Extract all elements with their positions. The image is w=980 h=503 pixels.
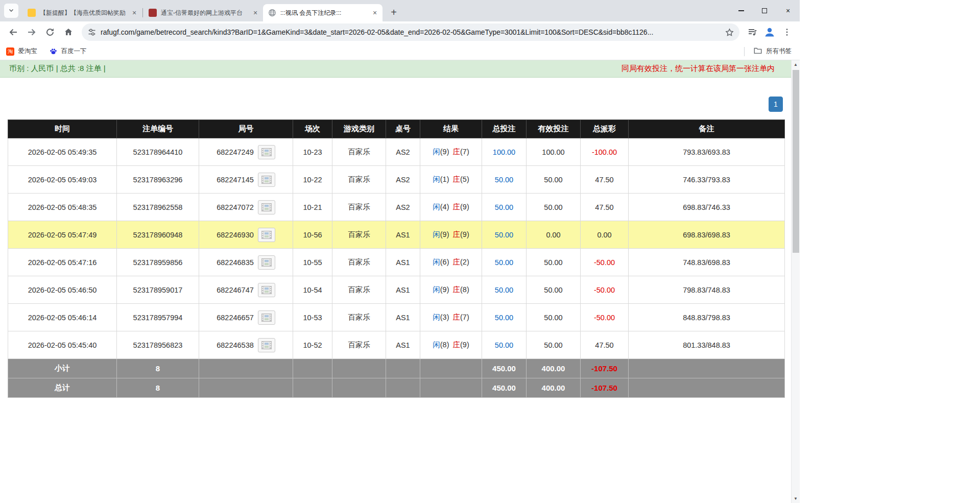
new-tab-button[interactable]: + xyxy=(387,5,401,19)
all-bookmarks[interactable]: 所有书签 xyxy=(744,46,795,57)
tab-close-icon[interactable]: × xyxy=(370,8,379,17)
header-time: 时间 xyxy=(8,120,117,138)
cell-time: 2026-02-05 05:47:16 xyxy=(8,249,117,276)
tab-search-button[interactable] xyxy=(4,4,18,18)
cell-note: 698.83/746.33 xyxy=(629,194,785,221)
scrollbar-thumb[interactable] xyxy=(793,70,799,253)
total-row: 总计 8 450.00 400.00 -107.50 xyxy=(8,378,785,398)
cell-total-bet[interactable]: 50.00 xyxy=(482,221,527,249)
home-button[interactable] xyxy=(60,23,77,41)
video-replay-button[interactable] xyxy=(258,283,275,297)
bookmark-baidu[interactable]: 百度一下 xyxy=(50,47,87,56)
cell-round: 682246747 xyxy=(199,276,293,304)
scroll-down-arrow[interactable]: ▼ xyxy=(792,494,800,503)
cell-bet-id: 523178964410 xyxy=(117,138,199,166)
address-bar[interactable]: rafugf.com/game/betrecord_search/kind3?B… xyxy=(82,23,739,41)
home-icon xyxy=(63,27,74,37)
site-settings-icon[interactable] xyxy=(88,28,96,36)
header-round: 局号 xyxy=(199,120,293,138)
empty-cell xyxy=(332,378,386,398)
video-replay-button[interactable] xyxy=(258,145,275,159)
scroll-up-arrow[interactable]: ▲ xyxy=(792,60,800,69)
cell-session: 10-22 xyxy=(293,166,332,194)
tab-tongbao[interactable]: 通宝-信誉最好的网上游戏平台 × xyxy=(144,4,263,21)
empty-cell xyxy=(386,359,420,378)
taobao-icon: 淘 xyxy=(6,47,14,56)
video-replay-button[interactable] xyxy=(258,255,275,270)
cell-game-type: 百家乐 xyxy=(332,138,386,166)
cell-valid-bet: 0.00 xyxy=(527,221,581,249)
url-text[interactable]: rafugf.com/game/betrecord_search/kind3?B… xyxy=(101,28,721,36)
cell-total-bet[interactable]: 50.00 xyxy=(482,276,527,304)
cell-total-bet[interactable]: 100.00 xyxy=(482,138,527,166)
film-icon xyxy=(261,148,272,156)
media-controls-button[interactable] xyxy=(744,23,761,41)
back-button[interactable] xyxy=(5,23,22,41)
cell-table-no: AS1 xyxy=(386,221,420,249)
video-replay-button[interactable] xyxy=(258,173,275,187)
cell-note: 848.83/798.83 xyxy=(629,304,785,331)
notice-text: 同局有效投注，统一计算在该局第一张注单内 xyxy=(622,64,775,74)
cell-note: 801.33/848.83 xyxy=(629,331,785,359)
video-replay-button[interactable] xyxy=(258,200,275,214)
cell-note: 798.83/748.83 xyxy=(629,276,785,304)
tab-favicon xyxy=(149,9,157,17)
tab-close-icon[interactable]: × xyxy=(130,8,139,17)
vertical-scrollbar[interactable]: ▲ ▼ xyxy=(791,60,800,503)
minimize-button[interactable] xyxy=(729,0,753,21)
cell-time: 2026-02-05 05:45:40 xyxy=(8,331,117,359)
reload-button[interactable] xyxy=(41,23,59,41)
video-replay-button[interactable] xyxy=(258,338,275,352)
subtotal-valid-bet: 400.00 xyxy=(527,359,581,378)
reload-icon xyxy=(45,27,55,37)
cell-valid-bet: 50.00 xyxy=(527,166,581,194)
video-replay-button[interactable] xyxy=(258,228,275,242)
bookmark-star-icon[interactable] xyxy=(725,28,734,37)
maximize-button[interactable] xyxy=(753,0,776,21)
bookmark-aitaobao[interactable]: 淘 爱淘宝 xyxy=(6,47,37,56)
cell-valid-bet: 50.00 xyxy=(527,304,581,331)
cell-total-bet[interactable]: 50.00 xyxy=(482,194,527,221)
browser-menu-button[interactable] xyxy=(778,23,796,41)
table-row: 2026-02-05 05:46:14 523178957994 6822466… xyxy=(8,304,785,331)
header-game-type: 游戏类别 xyxy=(332,120,386,138)
tab-bet-record-active[interactable]: :::视讯 会员下注纪录::: × xyxy=(263,4,383,21)
cell-round: 682246835 xyxy=(199,249,293,276)
cell-game-type: 百家乐 xyxy=(332,194,386,221)
cell-payout: -100.00 xyxy=(581,138,629,166)
cell-total-bet[interactable]: 50.00 xyxy=(482,166,527,194)
cell-result: 闲(9)庄(9) xyxy=(420,221,482,249)
video-replay-button[interactable] xyxy=(258,310,275,325)
cell-bet-id: 523178959856 xyxy=(117,249,199,276)
cell-table-no: AS1 xyxy=(386,331,420,359)
header-valid-bet: 有效投注 xyxy=(527,120,581,138)
close-button[interactable]: × xyxy=(776,0,800,21)
cell-total-bet[interactable]: 50.00 xyxy=(482,331,527,359)
baidu-paw-icon xyxy=(50,47,58,56)
cell-payout: 47.50 xyxy=(581,194,629,221)
cell-payout: 47.50 xyxy=(581,166,629,194)
cell-payout: -50.00 xyxy=(581,276,629,304)
kebab-menu-icon xyxy=(782,28,792,37)
tab-haiyan[interactable]: 【新提醒】【海燕优质回帖奖励 × xyxy=(22,4,142,21)
pagination-page-1[interactable]: 1 xyxy=(769,97,783,112)
tab-close-icon[interactable]: × xyxy=(251,8,260,17)
profile-avatar[interactable] xyxy=(761,23,778,41)
cell-table-no: AS2 xyxy=(386,194,420,221)
cell-round: 682246930 xyxy=(199,221,293,249)
cell-valid-bet: 50.00 xyxy=(527,331,581,359)
divider xyxy=(744,47,745,56)
cell-round: 682247249 xyxy=(199,138,293,166)
forward-icon xyxy=(27,27,37,37)
table-row: 2026-02-05 05:45:40 523178956823 6822465… xyxy=(8,331,785,359)
round-number: 682247145 xyxy=(217,176,254,184)
cell-note: 748.83/698.83 xyxy=(629,249,785,276)
cell-valid-bet: 50.00 xyxy=(527,249,581,276)
cell-total-bet[interactable]: 50.00 xyxy=(482,249,527,276)
round-number: 682246538 xyxy=(217,341,254,349)
cell-session: 10-55 xyxy=(293,249,332,276)
table-row: 2026-02-05 05:46:50 523178959017 6822467… xyxy=(8,276,785,304)
forward-button[interactable] xyxy=(23,23,40,41)
cell-total-bet[interactable]: 50.00 xyxy=(482,304,527,331)
header-payout: 总派彩 xyxy=(581,120,629,138)
